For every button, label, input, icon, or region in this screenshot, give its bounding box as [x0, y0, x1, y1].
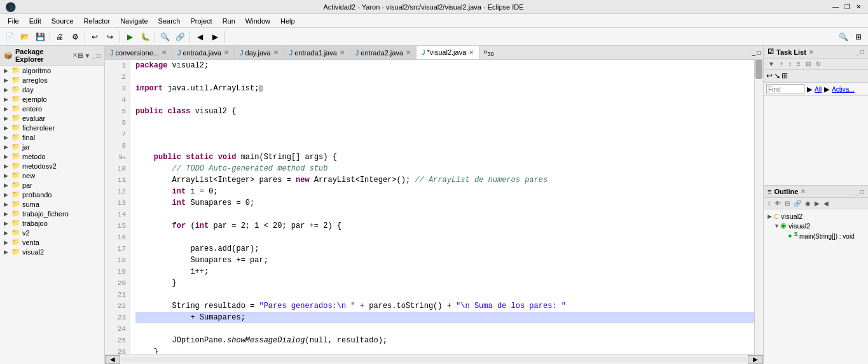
maximize-editor-btn[interactable]: □	[757, 49, 761, 56]
tab-close-conversione[interactable]: ✕	[162, 49, 167, 56]
vscroll-thumb[interactable]	[755, 60, 762, 79]
code-line-1[interactable]: package visual2;	[135, 60, 754, 71]
outline-link-btn[interactable]: 🔗	[792, 199, 803, 207]
task-group-btn[interactable]: ≡	[795, 60, 803, 68]
outline-max-btn[interactable]: □	[860, 188, 864, 195]
tab-close-entrada2[interactable]: ✕	[406, 49, 411, 56]
code-content[interactable]: package visual2; import java.util.ArrayL…	[130, 60, 754, 354]
tree-item-visual2[interactable]: ▶📁visual2	[0, 247, 104, 256]
tree-item-trabajo_fichero[interactable]: ▶📁trabajo_fichero	[0, 209, 104, 218]
code-line-22[interactable]: String resultado = "Pares generados:\n "…	[135, 300, 754, 312]
run-btn[interactable]: ▶	[123, 30, 137, 44]
prev-btn[interactable]: ▶	[208, 30, 222, 44]
tree-item-trabajoo[interactable]: ▶📁trabajoo	[0, 218, 104, 228]
outline-decl-btn[interactable]: ◀	[822, 199, 830, 207]
code-line-26[interactable]: }	[135, 346, 754, 354]
tab-conversione[interactable]: J conversione... ✕	[105, 46, 172, 60]
menu-file[interactable]: File	[3, 16, 24, 26]
tab-close-entrada1[interactable]: ✕	[340, 49, 345, 56]
code-line-5[interactable]: public class visual2 {	[135, 106, 754, 117]
task-refresh-btn[interactable]: ↻	[814, 60, 823, 68]
ref-btn[interactable]: 🔗	[173, 30, 187, 44]
tree-item-probando[interactable]: ▶📁probando	[0, 190, 104, 199]
tab-close-entrada[interactable]: ✕	[224, 49, 229, 56]
scroll-right-btn[interactable]: ▶	[748, 355, 763, 364]
tree-item-algoritmo[interactable]: ▶📁algoritmo	[0, 66, 104, 75]
code-line-14[interactable]	[135, 209, 754, 220]
min-btn[interactable]: _	[92, 52, 95, 59]
tree-item-metodo[interactable]: ▶📁metodo	[0, 151, 104, 161]
save-btn[interactable]: 💾	[33, 30, 47, 44]
next-btn[interactable]: ◀	[193, 30, 207, 44]
code-line-4[interactable]	[135, 94, 754, 106]
code-line-8[interactable]	[135, 140, 754, 151]
tab-entrada2[interactable]: J entrada2.java ✕	[350, 46, 417, 60]
tree-item-suma[interactable]: ▶📁suma	[0, 199, 104, 209]
menu-search[interactable]: Search	[153, 16, 186, 26]
menu-help[interactable]: Help	[275, 16, 300, 26]
outline-collapse-btn[interactable]: ⊟	[783, 199, 791, 207]
code-line-10[interactable]: // TODO Auto-generated method stub	[135, 163, 754, 174]
minimize-editor-btn[interactable]: _	[752, 49, 755, 56]
tree-item-arreglos[interactable]: ▶📁arreglos	[0, 75, 104, 85]
task-max-btn[interactable]: □	[860, 48, 864, 55]
outline-filter-btn[interactable]: ◉	[804, 199, 812, 207]
task-sort-btn[interactable]: ↕	[787, 60, 794, 68]
tree-item-metodosv2[interactable]: ▶📁metodosv2	[0, 161, 104, 171]
code-line-2[interactable]	[135, 71, 754, 83]
task-icon2[interactable]: ↘	[774, 71, 780, 80]
debug-btn[interactable]: 🐛	[138, 30, 152, 44]
task-collapse-btn[interactable]: ⊟	[804, 60, 813, 68]
task-add-btn[interactable]: +	[778, 60, 785, 68]
outline-sort-btn[interactable]: ↕	[766, 199, 772, 207]
outline-hide-btn[interactable]: 👁	[773, 199, 782, 207]
close-button[interactable]: ✕	[854, 3, 863, 11]
open-btn[interactable]: 📂	[18, 30, 32, 44]
vertical-scrollbar[interactable]	[754, 60, 763, 354]
code-line-16[interactable]	[135, 232, 754, 243]
tree-item-ejemplo[interactable]: ▶📁ejemplo	[0, 94, 104, 104]
code-line-11[interactable]: ArrayList<Integer> pares = new ArrayList…	[135, 174, 754, 186]
task-filter-btn[interactable]: ▼	[766, 60, 776, 68]
code-line-24[interactable]	[135, 323, 754, 335]
tree-item-v2[interactable]: ▶📁v2	[0, 228, 104, 237]
search-btn[interactable]: 🔍	[158, 30, 172, 44]
prop-btn[interactable]: ⚙	[68, 30, 82, 44]
tab-close-day[interactable]: ✕	[273, 49, 279, 56]
task-min-btn[interactable]: _	[855, 48, 859, 55]
search-toolbar-btn[interactable]: 🔍	[836, 30, 850, 44]
code-line-13[interactable]: int Sumapares = 0;	[135, 197, 754, 209]
scroll-left-btn[interactable]: ◀	[105, 355, 120, 364]
code-line-20[interactable]: }	[135, 277, 754, 289]
tab-entrada1[interactable]: J entrada1.java ✕	[284, 46, 350, 60]
code-line-3[interactable]: import java.util.ArrayList;□	[135, 83, 754, 94]
menu-run[interactable]: Run	[217, 16, 240, 26]
code-line-21[interactable]	[135, 289, 754, 300]
code-line-17[interactable]: pares.add(par);	[135, 243, 754, 255]
code-line-12[interactable]: int i = 0;	[135, 186, 754, 197]
code-line-25[interactable]: JOptionPane.showMessageDialog(null, resu…	[135, 335, 754, 346]
code-line-9[interactable]: public static void main(String[] args) {	[135, 151, 754, 163]
outline-item-main-method[interactable]: ●S main(String[]) : void	[766, 230, 865, 241]
tree-item-final[interactable]: ▶📁final	[0, 132, 104, 142]
menu-edit[interactable]: Edit	[24, 16, 46, 26]
tree-item-ficheroleer[interactable]: ▶📁ficheroleer	[0, 123, 104, 132]
tree-item-evaluar[interactable]: ▶📁evaluar	[0, 113, 104, 123]
code-line-15[interactable]: for (int par = 2; i < 20; par += 2) {	[135, 220, 754, 232]
tree-item-entero[interactable]: ▶📁entero	[0, 104, 104, 113]
redo-btn[interactable]: ↪	[103, 30, 117, 44]
new-btn[interactable]: 📄	[3, 30, 17, 44]
minimize-button[interactable]: —	[831, 3, 840, 11]
tab-day[interactable]: J day.java ✕	[235, 46, 284, 60]
find-all-link[interactable]: All	[815, 86, 822, 93]
tab-visual2[interactable]: J *visual2.java ✕	[417, 46, 479, 60]
tab-more[interactable]: »30	[479, 48, 497, 57]
outline-ref-btn[interactable]: ▶	[813, 199, 821, 207]
collapse-all-btn[interactable]: ⊟	[78, 52, 83, 59]
find-activa-link[interactable]: Activa...	[832, 86, 855, 93]
task-icon3[interactable]: ⊞	[782, 71, 788, 80]
tab-entrada[interactable]: J entrada.java ✕	[172, 46, 235, 60]
maximize-button[interactable]: ❐	[843, 3, 851, 11]
menu-navigate[interactable]: Navigate	[115, 16, 153, 26]
code-line-23[interactable]: + Sumapares;	[135, 312, 754, 323]
